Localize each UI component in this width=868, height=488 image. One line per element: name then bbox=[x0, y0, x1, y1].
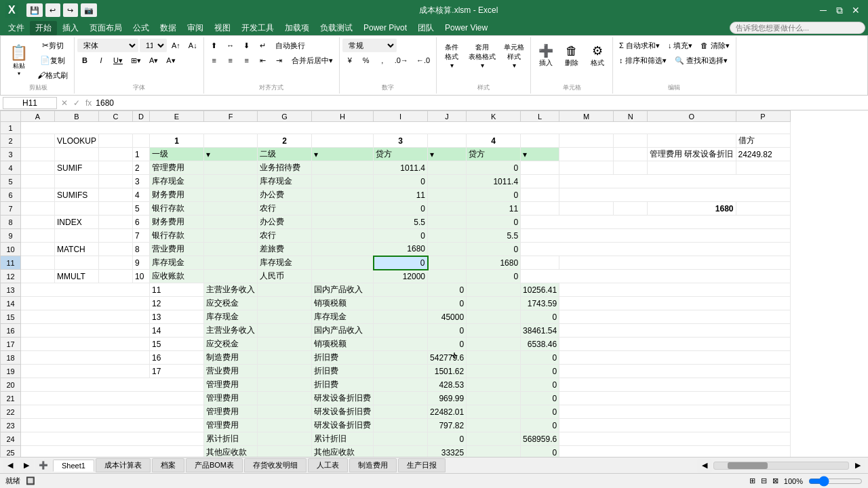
cell-F10[interactable] bbox=[204, 243, 258, 256]
cell-G21[interactable]: 研发设备折旧费 bbox=[312, 392, 374, 405]
cell-K6[interactable]: 0 bbox=[467, 188, 521, 202]
cell-J20[interactable] bbox=[467, 378, 521, 392]
cell-N3[interactable] bbox=[614, 148, 648, 161]
formula-input[interactable] bbox=[96, 98, 865, 108]
cell-I4[interactable]: 1011.4 bbox=[374, 161, 428, 175]
col-L[interactable]: L bbox=[521, 111, 559, 122]
cell-K19[interactable]: 0 bbox=[521, 365, 559, 378]
quick-camera-btn[interactable]: 📷 bbox=[81, 3, 97, 17]
cell-M2[interactable] bbox=[559, 134, 614, 148]
cell-P2[interactable]: 借方 bbox=[736, 134, 790, 148]
cell-H20[interactable] bbox=[374, 378, 428, 392]
cell-G15[interactable]: 库存现金 bbox=[312, 310, 374, 324]
cell-styles-btn[interactable]: 单元格样式▾ bbox=[500, 39, 528, 73]
cell-I16[interactable]: 0 bbox=[428, 324, 467, 338]
cell-E22[interactable]: 管理费用 bbox=[204, 405, 258, 419]
cell-F11[interactable] bbox=[204, 256, 258, 270]
quick-save-btn[interactable]: 💾 bbox=[26, 3, 43, 17]
menu-team[interactable]: 团队 bbox=[412, 21, 439, 35]
cell-D10[interactable]: 8 bbox=[133, 243, 150, 256]
cell-D5[interactable]: 3 bbox=[133, 175, 150, 188]
cell-L3-dropdown[interactable]: ▾ bbox=[521, 148, 559, 161]
cell-G17[interactable]: 销项税额 bbox=[312, 338, 374, 351]
cell-D14[interactable]: 12 bbox=[150, 297, 204, 310]
indent-dec-btn[interactable]: ⇤ bbox=[256, 54, 271, 67]
cell-J5[interactable] bbox=[428, 175, 467, 188]
cell-A6[interactable] bbox=[21, 188, 55, 202]
cell-B6[interactable]: SUMIFS bbox=[55, 188, 99, 202]
cell-E9[interactable]: 银行存款 bbox=[150, 229, 204, 243]
cell-C11[interactable] bbox=[99, 256, 133, 270]
cell-A1[interactable] bbox=[21, 122, 791, 134]
cell-L7[interactable] bbox=[521, 202, 559, 216]
cell-C10[interactable] bbox=[99, 243, 133, 256]
cell-K23[interactable]: 0 bbox=[521, 419, 559, 432]
format-painter-btn[interactable]: 🖌 格式刷 bbox=[34, 68, 71, 82]
merge-center-btn[interactable]: 合并后居中▾ bbox=[288, 54, 336, 67]
cell-K8[interactable]: 0 bbox=[467, 216, 521, 229]
comma-btn[interactable]: , bbox=[375, 54, 390, 67]
cell-D15[interactable]: 13 bbox=[150, 310, 204, 324]
cell-C8[interactable] bbox=[99, 216, 133, 229]
cell-H4[interactable] bbox=[312, 161, 374, 175]
align-top-btn[interactable]: ⬆ bbox=[207, 39, 222, 52]
cell-E2[interactable]: 1 bbox=[150, 134, 204, 148]
cell-E6[interactable]: 财务费用 bbox=[150, 188, 204, 202]
search-input[interactable] bbox=[730, 22, 865, 34]
cell-E24[interactable]: 累计折旧 bbox=[204, 432, 258, 446]
border-btn[interactable]: ⊞▾ bbox=[127, 54, 144, 67]
cell-K13[interactable]: 10256.41 bbox=[521, 283, 559, 297]
fill-color-btn[interactable]: A▾ bbox=[146, 54, 161, 67]
cell-K17[interactable]: 6538.46 bbox=[521, 338, 559, 351]
cell-J15[interactable] bbox=[467, 310, 521, 324]
cell-F23[interactable] bbox=[258, 419, 312, 432]
indent-inc-btn[interactable]: ⇥ bbox=[272, 54, 287, 67]
menu-loadtest[interactable]: 负载测试 bbox=[315, 21, 358, 35]
col-I[interactable]: I bbox=[374, 111, 428, 122]
wrap-text-btn[interactable]: ↵ bbox=[256, 39, 271, 52]
cell-K18[interactable]: 0 bbox=[521, 351, 559, 365]
cell-F19[interactable] bbox=[258, 365, 312, 378]
cell-A4[interactable] bbox=[21, 161, 55, 175]
cell-L9[interactable] bbox=[521, 229, 790, 243]
cell-H2[interactable] bbox=[312, 134, 374, 148]
cell-H15[interactable] bbox=[374, 310, 428, 324]
cell-N2[interactable] bbox=[614, 134, 648, 148]
cell-M7[interactable] bbox=[559, 202, 614, 216]
cell-K22[interactable]: 0 bbox=[521, 405, 559, 419]
menu-file[interactable]: 文件 bbox=[3, 21, 30, 35]
cell-I19[interactable]: 1501.62 bbox=[428, 365, 467, 378]
cell-C2[interactable] bbox=[99, 134, 133, 148]
cell-F17[interactable] bbox=[258, 338, 312, 351]
cell-F7[interactable] bbox=[204, 202, 258, 216]
cell-K4[interactable]: 0 bbox=[467, 161, 521, 175]
sheet-tab-sheet1[interactable]: Sheet1 bbox=[53, 460, 94, 472]
cell-A13[interactable] bbox=[21, 283, 150, 297]
cell-I25[interactable]: 33325 bbox=[428, 446, 467, 458]
cell-H8[interactable] bbox=[312, 216, 374, 229]
cell-P7[interactable] bbox=[736, 202, 790, 216]
font-color-btn[interactable]: A▾ bbox=[163, 54, 178, 67]
cell-J11[interactable] bbox=[428, 256, 467, 270]
decimal-dec-btn[interactable]: ←.0 bbox=[413, 54, 433, 67]
cell-L19[interactable] bbox=[559, 365, 790, 378]
quick-redo-btn[interactable]: ↪ bbox=[63, 3, 78, 17]
cell-reference-input[interactable] bbox=[3, 97, 57, 109]
cell-E10[interactable]: 营业费用 bbox=[150, 243, 204, 256]
cell-B11[interactable] bbox=[55, 256, 99, 270]
cell-E5[interactable]: 库存现金 bbox=[150, 175, 204, 188]
cell-J4[interactable] bbox=[428, 161, 467, 175]
cell-A5[interactable] bbox=[21, 175, 55, 188]
cell-B2[interactable]: VLOOKUP bbox=[55, 134, 99, 148]
cell-F8[interactable] bbox=[204, 216, 258, 229]
cell-L6[interactable] bbox=[521, 188, 559, 202]
col-D[interactable]: D bbox=[133, 111, 150, 122]
cell-H23[interactable] bbox=[374, 419, 428, 432]
cell-J16[interactable] bbox=[467, 324, 521, 338]
cell-F21[interactable] bbox=[258, 392, 312, 405]
cell-A11[interactable] bbox=[21, 256, 55, 270]
cell-L23[interactable] bbox=[559, 419, 790, 432]
minimize-btn[interactable]: ─ bbox=[816, 3, 830, 17]
cell-I11-selected[interactable]: 0 bbox=[374, 256, 428, 270]
cell-A15[interactable] bbox=[21, 310, 150, 324]
